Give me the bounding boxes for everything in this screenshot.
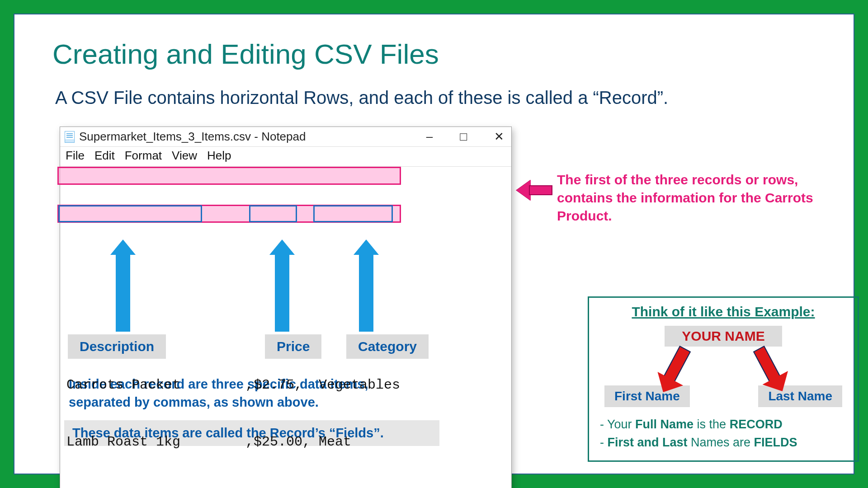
csv-row-2: Lamb Roast 1kg ,$25.00, Meat [66,434,351,450]
arrow-description [113,239,133,332]
label-category: Category [346,334,429,359]
highlight-field-category [313,205,393,222]
ex-note1-b1: Full Name [635,418,693,431]
window-maximize-icon[interactable]: □ [460,130,467,144]
ex-note2-b1: First and Last [608,436,688,449]
ex-note1-b2: RECORD [730,418,783,431]
arrow-record-pointer [516,180,552,201]
menu-view[interactable]: View [172,149,197,163]
window-minimize-icon[interactable]: – [426,130,433,144]
example-your-name: YOUR NAME [665,326,782,347]
csv-row-1: Carrots Packet ,$2.75, Vegetables [66,377,400,393]
menu-file[interactable]: File [66,149,85,163]
page-subtitle: A CSV File contains horizontal Rows, and… [55,88,668,108]
notepad-titlebar: Supermarket_Items_3_Items.csv - Notepad … [60,127,511,147]
highlight-field-price [249,205,297,222]
arrow-to-first-name [663,346,691,384]
label-price: Price [265,334,321,359]
ex-note2-b2: FIELDS [754,436,797,449]
highlight-field-description [58,205,202,222]
ex-note2-pre: - [600,436,608,449]
window-close-icon[interactable]: ✕ [494,130,504,144]
label-description: Description [68,334,166,359]
notepad-title-text: Supermarket_Items_3_Items.csv - Notepad [79,130,306,144]
menu-help[interactable]: Help [207,149,231,163]
arrow-category [356,239,376,332]
ex-note2-mid: Names are [688,436,754,449]
menu-edit[interactable]: Edit [94,149,115,163]
ex-note1-mid: is the [693,418,730,431]
ex-note1-pre: - Your [600,418,635,431]
slide-canvas: Creating and Editing CSV Files A CSV Fil… [14,14,854,474]
example-title: Think of it like this Example: [600,304,847,319]
highlight-record-1 [57,167,401,185]
arrow-price [272,239,292,332]
notepad-icon [65,131,75,143]
example-notes: - Your Full Name is the RECORD - First a… [600,415,847,451]
notepad-menubar: File Edit Format View Help [60,147,511,167]
menu-format[interactable]: Format [125,149,162,163]
note-first-record: The first of the three records or rows, … [557,171,851,225]
page-title: Creating and Editing CSV Files [52,38,439,70]
arrow-to-last-name [753,346,781,384]
example-box: Think of it like this Example: YOUR NAME… [588,296,859,462]
